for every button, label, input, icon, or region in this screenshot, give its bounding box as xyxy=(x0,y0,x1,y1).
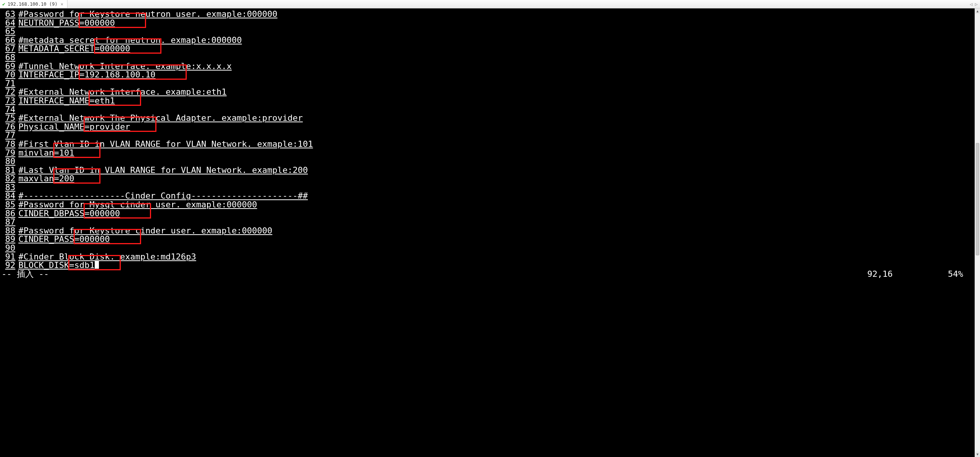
status-line: -- 插入 --92,1654% xyxy=(0,270,975,279)
code-line: 63#Password for Keystore neutron user. e… xyxy=(0,10,975,19)
code-line: 84#--------------------Cinder Config----… xyxy=(0,192,975,201)
code-text: #External Network Interface. example:eth… xyxy=(18,88,975,97)
terminal[interactable]: 63#Password for Keystore neutron user. e… xyxy=(0,8,975,457)
code-text: INTERFACE_IP=192.168.100.10 xyxy=(18,71,975,79)
terminal-wrap: 63#Password for Keystore neutron user. e… xyxy=(0,8,980,457)
code-text: #Password for Mysql cinder user. exmaple… xyxy=(18,201,975,209)
line-number: 70 xyxy=(0,71,18,79)
line-number: 82 xyxy=(0,174,18,183)
line-number: 83 xyxy=(0,183,18,192)
code-line: 68 xyxy=(0,53,975,62)
line-number: 65 xyxy=(0,27,18,36)
line-number: 80 xyxy=(0,157,18,166)
line-number: 86 xyxy=(0,209,18,218)
line-number: 63 xyxy=(0,10,18,19)
code-line: 91#Cinder Block Disk. example:md126p3 xyxy=(0,253,975,261)
code-line: 72#External Network Interface. example:e… xyxy=(0,88,975,97)
code-text: #Password for Keystore neutron user. exm… xyxy=(18,10,975,19)
line-number: 85 xyxy=(0,201,18,209)
line-number: 75 xyxy=(0,114,18,123)
code-line: 69#Tunnel Network Interface. example:x.x… xyxy=(0,62,975,71)
code-line: 82maxvlan=200 xyxy=(0,174,975,183)
line-number: 74 xyxy=(0,105,18,114)
line-number: 76 xyxy=(0,123,18,132)
line-number: 81 xyxy=(0,166,18,175)
close-icon[interactable]: × xyxy=(60,2,64,7)
code-text: #External Network The Physical Adapter. … xyxy=(18,114,975,123)
line-number: 66 xyxy=(0,36,18,45)
code-line: 86CINDER_DBPASS=000000 xyxy=(0,209,975,218)
vertical-scrollbar[interactable]: ▲ ▼ xyxy=(975,8,980,457)
code-line: 80 xyxy=(0,157,975,166)
tab-nav: ◁ ▷ xyxy=(970,0,980,8)
line-number: 88 xyxy=(0,227,18,235)
line-number: 91 xyxy=(0,253,18,261)
line-number: 87 xyxy=(0,218,18,227)
code-text: INTERFACE_NAME=eth1 xyxy=(18,97,975,105)
line-number: 90 xyxy=(0,244,18,253)
code-line: 76Physical_NAME=provider xyxy=(0,123,975,132)
code-line: 90 xyxy=(0,244,975,253)
tab-active[interactable]: ✔ 192.168.100.10 (9) × xyxy=(0,0,67,8)
code-line: 75#External Network The Physical Adapter… xyxy=(0,114,975,123)
text-cursor xyxy=(95,261,99,269)
code-line: 81#Last Vlan ID in VLAN RANGE for VLAN N… xyxy=(0,166,975,175)
line-number: 84 xyxy=(0,192,18,201)
code-line: 88#Password for Keystore cinder user. ex… xyxy=(0,227,975,235)
line-number: 64 xyxy=(0,19,18,28)
line-number: 71 xyxy=(0,79,18,88)
code-line: 71 xyxy=(0,79,975,88)
code-line: 66#metadata secret for neutron. exmaple:… xyxy=(0,36,975,45)
code-text: NEUTRON_PASS=000000 xyxy=(18,19,975,28)
code-line: 83 xyxy=(0,183,975,192)
code-line: 92BLOCK_DISK=sdb1 xyxy=(0,261,975,270)
scroll-up-icon[interactable]: ▲ xyxy=(975,8,980,14)
line-number: 77 xyxy=(0,131,18,140)
code-line: 85#Password for Mysql cinder user. exmap… xyxy=(0,201,975,209)
code-text: #Password for Keystore cinder user. exma… xyxy=(18,227,975,235)
code-text: minvlan=101 xyxy=(18,149,975,158)
tab-nav-right-icon[interactable]: ▷ xyxy=(975,2,978,7)
code-text: #--------------------Cinder Config------… xyxy=(18,192,975,201)
code-text: CINDER_DBPASS=000000 xyxy=(18,209,975,218)
code-line: 78#First Vlan ID in VLAN RANGE for VLAN … xyxy=(0,140,975,149)
code-line: 77 xyxy=(0,131,975,140)
status-percent: 54% xyxy=(936,270,975,279)
saved-check-icon: ✔ xyxy=(2,2,5,7)
code-text: #metadata secret for neutron. exmaple:00… xyxy=(18,36,975,45)
line-number: 92 xyxy=(0,261,18,270)
code-text: CINDER_PASS=000000 xyxy=(18,235,975,244)
tab-nav-left-icon[interactable]: ◁ xyxy=(970,2,973,7)
code-text: #First Vlan ID in VLAN RANGE for VLAN Ne… xyxy=(18,140,975,149)
code-line: 73INTERFACE_NAME=eth1 xyxy=(0,97,975,105)
line-number: 73 xyxy=(0,97,18,105)
code-text: maxvlan=200 xyxy=(18,174,975,183)
scroll-thumb[interactable] xyxy=(976,143,979,255)
code-line: 65 xyxy=(0,27,975,36)
status-position: 92,16 xyxy=(867,270,936,279)
code-line: 74 xyxy=(0,105,975,114)
line-number: 78 xyxy=(0,140,18,149)
line-number: 69 xyxy=(0,62,18,71)
line-number: 79 xyxy=(0,149,18,158)
code-text: METADATA_SECRET=000000 xyxy=(18,44,975,53)
tab-title: 192.168.100.10 (9) xyxy=(8,2,58,7)
status-mode: -- 插入 -- xyxy=(2,270,49,279)
code-line: 87 xyxy=(0,218,975,227)
code-line: 70INTERFACE_IP=192.168.100.10 xyxy=(0,71,975,79)
code-text: Physical_NAME=provider xyxy=(18,123,975,132)
code-text: BLOCK_DISK=sdb1 xyxy=(18,261,975,270)
tab-bar: ✔ 192.168.100.10 (9) × ◁ ▷ xyxy=(0,0,980,8)
line-number: 72 xyxy=(0,88,18,97)
line-number: 89 xyxy=(0,235,18,244)
code-line: 89CINDER_PASS=000000 xyxy=(0,235,975,244)
code-text: #Last Vlan ID in VLAN RANGE for VLAN Net… xyxy=(18,166,975,175)
code-text: #Tunnel Network Interface. example:x.x.x… xyxy=(18,62,975,71)
code-line: 67METADATA_SECRET=000000 xyxy=(0,44,975,53)
code-line: 79minvlan=101 xyxy=(0,149,975,158)
code-text: #Cinder Block Disk. example:md126p3 xyxy=(18,253,975,261)
line-number: 68 xyxy=(0,53,18,62)
line-number: 67 xyxy=(0,44,18,53)
code-line: 64NEUTRON_PASS=000000 xyxy=(0,19,975,28)
scroll-down-icon[interactable]: ▼ xyxy=(975,452,980,457)
